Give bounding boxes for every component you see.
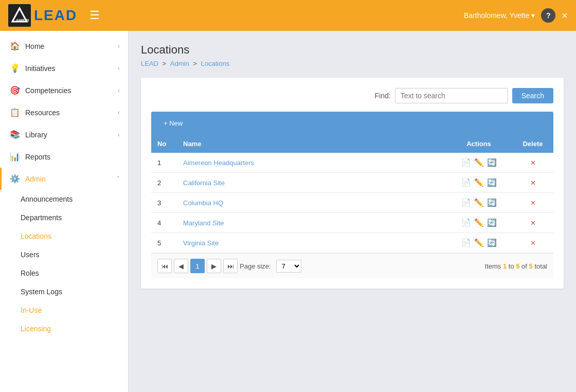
sidebar-item-home[interactable]: 🏠 Home ‹ (0, 35, 128, 57)
col-name: Name (177, 135, 445, 153)
chevron-icon: ‹ (118, 109, 120, 116)
close-button[interactable]: × (562, 10, 568, 22)
sidebar-item-resources[interactable]: 📋 Resources ‹ (0, 101, 128, 123)
search-row: Find: Search (151, 88, 553, 103)
sidebar-item-admin[interactable]: ⚙️ Admin ˅ (0, 168, 128, 190)
restore-icon[interactable]: 🔄 (487, 238, 497, 247)
view-icon[interactable]: 📄 (461, 158, 471, 167)
logo: AIMEREON LEAD (8, 4, 77, 27)
breadcrumb-admin[interactable]: Admin (170, 60, 189, 67)
topbar: AIMEREON LEAD ☰ Bartholomew, Yvette ? × (0, 0, 576, 31)
page-first-button[interactable]: ⏮ (157, 259, 172, 273)
delete-icon[interactable]: ✕ (530, 199, 536, 207)
sidebar-subitem-in-use[interactable]: In-Use (0, 301, 128, 319)
search-input[interactable] (395, 88, 508, 103)
table-row: 1 Aimereon Headquarters 📄 ✏️ 🔄 ✕ (151, 153, 553, 173)
delete-icon[interactable]: ✕ (530, 159, 536, 167)
chevron-down-icon: ˅ (117, 175, 120, 183)
restore-icon[interactable]: 🔄 (487, 218, 497, 227)
chevron-icon: ‹ (118, 131, 120, 138)
view-icon[interactable]: 📄 (461, 198, 471, 207)
items-to: 5 (516, 262, 519, 270)
row-actions: 📄 ✏️ 🔄 (445, 193, 512, 213)
col-actions: Actions (445, 135, 512, 153)
edit-icon[interactable]: ✏️ (474, 158, 484, 167)
sidebar-label-home: Home (25, 42, 44, 50)
page-last-button[interactable]: ⏭ (223, 259, 238, 273)
admin-icon: ⚙️ (10, 174, 20, 184)
col-delete: Delete (512, 135, 553, 153)
new-button[interactable]: + New (156, 116, 190, 131)
initiatives-icon: 💡 (10, 63, 20, 73)
view-icon[interactable]: 📄 (461, 178, 471, 187)
restore-icon[interactable]: 🔄 (487, 198, 497, 207)
sidebar-subitem-roles[interactable]: Roles (0, 264, 128, 282)
restore-icon[interactable]: 🔄 (487, 178, 497, 187)
sidebar-subitem-departments[interactable]: Departments (0, 208, 128, 227)
user-name[interactable]: Bartholomew, Yvette (464, 11, 535, 20)
breadcrumb-locations[interactable]: Locations (201, 60, 230, 67)
sidebar-item-competencies[interactable]: 🎯 Competencies ‹ (0, 79, 128, 101)
items-from: 1 (503, 262, 507, 270)
sidebar-subitem-locations[interactable]: Locations (0, 227, 128, 245)
row-delete: ✕ (512, 173, 553, 193)
chevron-icon: ‹ (118, 43, 120, 50)
library-icon: 📚 (10, 130, 20, 139)
sidebar-item-reports[interactable]: 📊 Reports (0, 146, 128, 168)
home-icon: 🏠 (10, 41, 20, 51)
row-no: 1 (151, 153, 177, 173)
search-button[interactable]: Search (512, 88, 553, 103)
view-icon[interactable]: 📄 (461, 218, 471, 227)
row-actions: 📄 ✏️ 🔄 (445, 213, 512, 233)
sidebar-item-initiatives[interactable]: 💡 Initiatives ‹ (0, 57, 128, 79)
page-1-button[interactable]: 1 (190, 259, 205, 273)
breadcrumb-lead[interactable]: LEAD (141, 60, 158, 67)
table-row: 2 California Site 📄 ✏️ 🔄 ✕ (151, 173, 553, 193)
edit-icon[interactable]: ✏️ (474, 238, 484, 247)
row-name: Columbia HQ (177, 193, 445, 213)
reports-icon: 📊 (10, 152, 20, 162)
restore-icon[interactable]: 🔄 (487, 158, 497, 167)
row-no: 3 (151, 193, 177, 213)
sidebar-label-admin: Admin (25, 175, 46, 183)
admin-subitems: Announcements Departments Locations User… (0, 190, 128, 338)
col-no: No (151, 135, 177, 153)
sidebar-subitem-announcements[interactable]: Announcements (0, 190, 128, 208)
row-delete: ✕ (512, 213, 553, 233)
row-name: California Site (177, 173, 445, 193)
hamburger-menu[interactable]: ☰ (89, 9, 100, 22)
sidebar-subitem-users[interactable]: Users (0, 245, 128, 264)
svg-text:AIMEREON: AIMEREON (16, 19, 29, 22)
items-total: 5 (529, 262, 533, 270)
delete-icon[interactable]: ✕ (530, 179, 536, 187)
pagination-controls: ⏮ ◀ 1 ▶ ⏭ Page size: 7 10 25 50 (157, 259, 301, 273)
row-actions: 📄 ✏️ 🔄 (445, 153, 512, 173)
row-actions: 📄 ✏️ 🔄 (445, 173, 512, 193)
row-name: Maryland Site (177, 213, 445, 233)
page-next-button[interactable]: ▶ (207, 259, 221, 273)
pagination-info: Items 1 to 5 of 5 total (485, 262, 547, 270)
sidebar-subitem-licensing[interactable]: Licensing (0, 319, 128, 338)
edit-icon[interactable]: ✏️ (474, 178, 484, 187)
page-size-select[interactable]: 7 10 25 50 (276, 260, 301, 273)
locations-table: No Name Actions Delete 1 Aimereon Headqu… (151, 135, 553, 253)
row-name: Aimereon Headquarters (177, 153, 445, 173)
main-content: Locations LEAD > Admin > Locations Find:… (129, 31, 576, 392)
topbar-right: Bartholomew, Yvette ? × (464, 8, 568, 23)
resources-icon: 📋 (10, 108, 20, 117)
view-icon[interactable]: 📄 (461, 238, 471, 247)
page-prev-button[interactable]: ◀ (174, 259, 188, 273)
sidebar-item-library[interactable]: 📚 Library ‹ (0, 123, 128, 146)
sidebar-subitem-system-logs[interactable]: System Logs (0, 282, 128, 301)
row-delete: ✕ (512, 193, 553, 213)
help-button[interactable]: ? (541, 8, 555, 23)
breadcrumb: LEAD > Admin > Locations (141, 60, 564, 67)
sidebar-label-reports: Reports (25, 153, 50, 161)
delete-icon[interactable]: ✕ (530, 239, 536, 247)
table-row: 4 Maryland Site 📄 ✏️ 🔄 ✕ (151, 213, 553, 233)
page-title: Locations (141, 43, 564, 57)
delete-icon[interactable]: ✕ (530, 219, 536, 227)
edit-icon[interactable]: ✏️ (474, 218, 484, 227)
edit-icon[interactable]: ✏️ (474, 198, 484, 207)
row-actions: 📄 ✏️ 🔄 (445, 233, 512, 253)
